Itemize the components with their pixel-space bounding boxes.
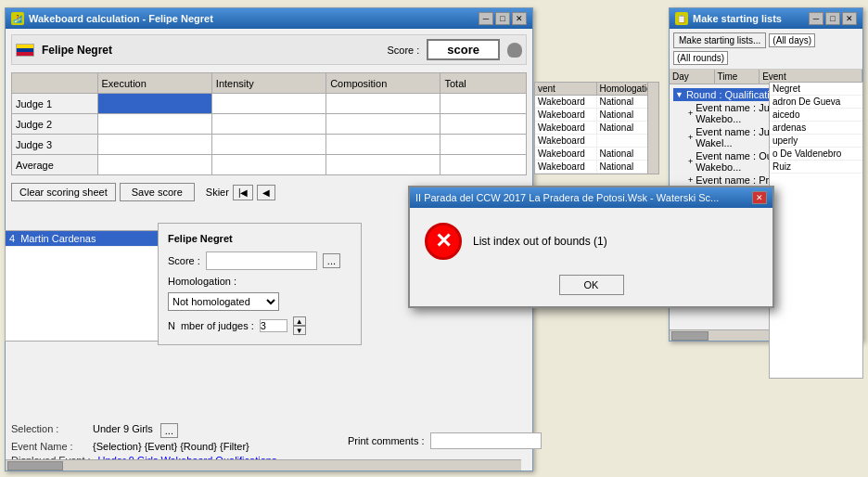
judge2-execution[interactable] bbox=[97, 114, 211, 135]
mid-dt-row: Wakeboard National bbox=[535, 148, 658, 161]
athlete-header: Felipe Negret Score : score bbox=[11, 34, 527, 65]
score-panel-input[interactable] bbox=[206, 251, 317, 270]
save-score-button[interactable]: Save score bbox=[120, 183, 195, 201]
all-rounds-dropdown[interactable]: (All rounds) bbox=[673, 51, 728, 65]
col-time: Time bbox=[715, 70, 760, 84]
name-item: Negret bbox=[770, 83, 862, 96]
mid-dt-col-event: vent bbox=[535, 83, 597, 95]
judge3-label: Judge 3 bbox=[12, 135, 98, 155]
error-title: II Parada del CCW 2017 La Pradera de Pot… bbox=[415, 192, 719, 203]
close-btn[interactable]: ✕ bbox=[512, 12, 527, 25]
maximize-btn[interactable]: □ bbox=[495, 12, 510, 25]
expand-icon[interactable]: ▼ bbox=[675, 90, 683, 99]
main-titlebar: 🏄 Wakeboard calculation - Felipe Negret … bbox=[6, 8, 532, 29]
judge2-intensity[interactable] bbox=[211, 114, 326, 135]
mid-dt-header: vent Homologation bbox=[535, 83, 658, 96]
homol-select[interactable]: Not homologated bbox=[168, 292, 279, 311]
event-name-value: {Selection} {Event} {Round} {Filter} bbox=[93, 441, 249, 452]
name-item: Ruiz bbox=[770, 161, 862, 174]
app-icon: 🏄 bbox=[11, 12, 24, 25]
window-controls: ─ □ ✕ bbox=[479, 12, 527, 25]
score-row: Score : ... bbox=[168, 251, 351, 270]
judge3-intensity[interactable] bbox=[211, 135, 326, 155]
main-window-title: Wakeboard calculation - Felipe Negret bbox=[29, 13, 213, 24]
judges-down-btn[interactable]: ▼ bbox=[293, 326, 306, 335]
avg-composition bbox=[326, 155, 440, 175]
athlete-name: Felipe Negret bbox=[42, 44, 379, 57]
right-minimize-btn[interactable]: ─ bbox=[809, 12, 823, 25]
table-row: Judge 3 bbox=[12, 135, 527, 155]
h-scrollbar-thumb[interactable] bbox=[7, 461, 63, 471]
v-scrollbar[interactable] bbox=[647, 83, 658, 174]
judge3-execution[interactable] bbox=[97, 135, 211, 155]
judge2-label: Judge 2 bbox=[12, 114, 98, 135]
error-dialog: II Parada del CCW 2017 La Pradera de Pot… bbox=[408, 186, 774, 308]
titlebar-left: 🏄 Wakeboard calculation - Felipe Negret bbox=[11, 12, 213, 25]
ok-button[interactable]: OK bbox=[559, 275, 624, 295]
right-toolbar: Make starting lists... (All days) (All r… bbox=[670, 29, 862, 70]
comp-num: 4 bbox=[9, 233, 15, 244]
expand-icon[interactable]: + bbox=[688, 175, 693, 185]
expand-icon[interactable]: + bbox=[688, 157, 693, 166]
expand-icon[interactable]: + bbox=[688, 109, 693, 118]
judge1-execution[interactable] bbox=[97, 94, 211, 114]
judges-spinner: ▲ ▼ bbox=[293, 316, 306, 335]
nav-prev-btn[interactable]: ◀ bbox=[257, 185, 275, 200]
judge3-composition[interactable] bbox=[326, 135, 440, 155]
competitor-list: 4 Martin Cardenas bbox=[5, 230, 162, 342]
score-dots-btn[interactable]: ... bbox=[323, 253, 340, 268]
mid-dt-row: Wakeboard National bbox=[535, 109, 658, 122]
right-titlebar: 📋 Make starting lists ─ □ ✕ bbox=[670, 8, 862, 29]
col-execution: Execution bbox=[97, 73, 211, 94]
name-item: adron De Gueva bbox=[770, 96, 862, 109]
make-starting-lists-btn[interactable]: Make starting lists... bbox=[673, 32, 766, 48]
right-app-icon: 📋 bbox=[675, 12, 688, 25]
avg-execution bbox=[97, 155, 211, 175]
judge3-total[interactable] bbox=[440, 135, 527, 155]
helmet-icon bbox=[507, 43, 522, 58]
event-name-label: Event Name : bbox=[11, 441, 85, 452]
nav-first-btn[interactable]: |◀ bbox=[233, 185, 254, 200]
right-h-scrollbar-thumb[interactable] bbox=[671, 331, 708, 341]
homol-select-row: Not homologated bbox=[168, 292, 351, 311]
judge1-total[interactable] bbox=[440, 94, 527, 114]
h-scrollbar[interactable] bbox=[6, 459, 521, 471]
name-item: o De Valdenebro bbox=[770, 148, 862, 161]
judge2-composition[interactable] bbox=[326, 114, 440, 135]
judges-input[interactable] bbox=[260, 319, 287, 332]
error-close-btn[interactable]: ✕ bbox=[752, 191, 767, 204]
name-item: ardenas bbox=[770, 122, 862, 135]
col-day: Day bbox=[670, 70, 715, 84]
score-panel: Felipe Negret Score : ... Homologation :… bbox=[158, 223, 362, 345]
all-days-dropdown[interactable]: (All days) bbox=[769, 33, 815, 47]
competitor-row[interactable]: 4 Martin Cardenas bbox=[6, 231, 161, 247]
mid-dt-row: Wakeboard National bbox=[535, 96, 658, 109]
minimize-btn[interactable]: ─ bbox=[479, 12, 493, 25]
table-row: Average bbox=[12, 155, 527, 175]
score-button[interactable]: score bbox=[427, 39, 500, 60]
mid-dt-row: Wakeboard bbox=[535, 135, 658, 148]
right-close-btn[interactable]: ✕ bbox=[842, 12, 857, 25]
error-titlebar: II Parada del CCW 2017 La Pradera de Pot… bbox=[410, 187, 772, 208]
col-judge bbox=[12, 73, 98, 94]
right-maximize-btn[interactable]: □ bbox=[825, 12, 840, 25]
selection-btn[interactable]: ... bbox=[160, 423, 178, 438]
judge1-intensity[interactable] bbox=[211, 94, 326, 114]
avg-total bbox=[440, 155, 527, 175]
col-composition: Composition bbox=[326, 73, 440, 94]
mid-dt-row: Wakeboard National bbox=[535, 122, 658, 135]
mid-data-table: vent Homologation Wakeboard National Wak… bbox=[534, 82, 659, 174]
judge2-total[interactable] bbox=[440, 114, 527, 135]
judge1-composition[interactable] bbox=[326, 94, 440, 114]
error-message: List index out of bounds (1) bbox=[473, 235, 607, 248]
error-icon: ✕ bbox=[425, 223, 462, 260]
judges-up-btn[interactable]: ▲ bbox=[293, 316, 306, 326]
comment-input[interactable] bbox=[430, 432, 542, 449]
name-item: aicedo bbox=[770, 109, 862, 122]
selection-value: Under 9 Girls bbox=[93, 423, 153, 438]
expand-icon[interactable]: + bbox=[688, 133, 693, 142]
clear-scoring-button[interactable]: Clear scoring sheet bbox=[11, 183, 116, 201]
table-row: Judge 1 bbox=[12, 94, 527, 114]
score-table: Execution Intensity Composition Total Ju… bbox=[11, 72, 527, 175]
score-panel-label: Score : bbox=[168, 255, 200, 266]
